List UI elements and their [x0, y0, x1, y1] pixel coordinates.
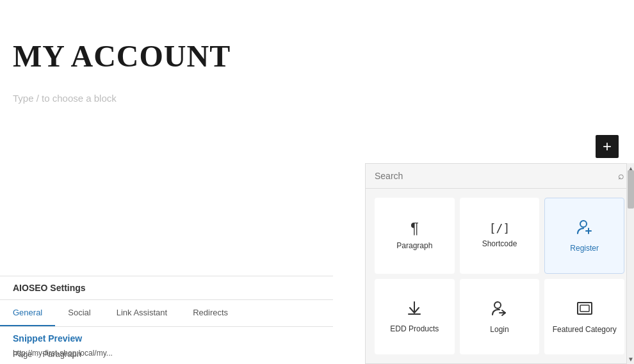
breadcrumb: Page › Paragraph: [13, 349, 81, 359]
block-item-login[interactable]: Login: [460, 279, 540, 355]
block-item-paragraph[interactable]: ¶ Paragraph: [375, 198, 455, 274]
add-block-button[interactable]: +: [596, 135, 619, 158]
aioseo-tabs: General Social Link Assistant Redirects: [0, 300, 333, 327]
block-grid: ¶ Paragraph [/] Shortcode Regist: [366, 189, 633, 363]
block-item-featured-category[interactable]: Featured Category: [544, 279, 624, 355]
breadcrumb-page: Page: [13, 349, 32, 359]
block-label-featured-category: Featured Category: [553, 325, 617, 334]
svg-point-0: [580, 221, 587, 227]
edd-products-icon: [406, 300, 423, 319]
block-label-edd-products: EDD Products: [390, 324, 439, 333]
register-icon: [576, 218, 594, 239]
block-label-paragraph: Paragraph: [396, 241, 432, 250]
block-search-input[interactable]: [375, 171, 618, 181]
page-title: MY ACCOUNT: [0, 0, 634, 86]
block-item-edd-products[interactable]: EDD Products: [375, 279, 455, 355]
block-placeholder: Type / to choose a block: [0, 86, 634, 110]
block-label-register: Register: [570, 244, 599, 253]
tab-social[interactable]: Social: [55, 300, 103, 326]
breadcrumb-separator: ›: [36, 350, 38, 359]
aioseo-header: AIOSEO Settings: [0, 276, 333, 300]
breadcrumb-current: Paragraph: [42, 349, 81, 359]
block-label-login: Login: [490, 325, 508, 334]
shortcode-icon: [/]: [489, 223, 510, 234]
block-picker-panel: ⌕ ¶ Paragraph [/] Shortcode: [365, 163, 634, 364]
tab-redirects[interactable]: Redirects: [180, 300, 241, 326]
scrollbar-arrow-down[interactable]: ▼: [627, 354, 634, 364]
block-item-shortcode[interactable]: [/] Shortcode: [460, 198, 540, 274]
scrollbar-thumb[interactable]: [628, 170, 634, 209]
main-content: MY ACCOUNT Type / to choose a block + AI…: [0, 0, 634, 364]
tab-general[interactable]: General: [0, 300, 55, 326]
scrollbar-track: ▲ ▼: [626, 163, 634, 364]
login-icon: [491, 299, 508, 320]
svg-point-4: [494, 302, 501, 308]
block-label-shortcode: Shortcode: [482, 239, 517, 248]
block-picker-search-bar: ⌕: [366, 164, 633, 189]
tab-link-assistant[interactable]: Link Assistant: [104, 300, 181, 326]
paragraph-icon: ¶: [410, 221, 419, 236]
search-icon: ⌕: [618, 170, 624, 182]
block-item-register[interactable]: Register: [544, 198, 624, 274]
svg-rect-7: [580, 305, 589, 312]
snippet-label: Snippet Preview: [13, 333, 320, 344]
featured-category-icon: [576, 299, 594, 320]
